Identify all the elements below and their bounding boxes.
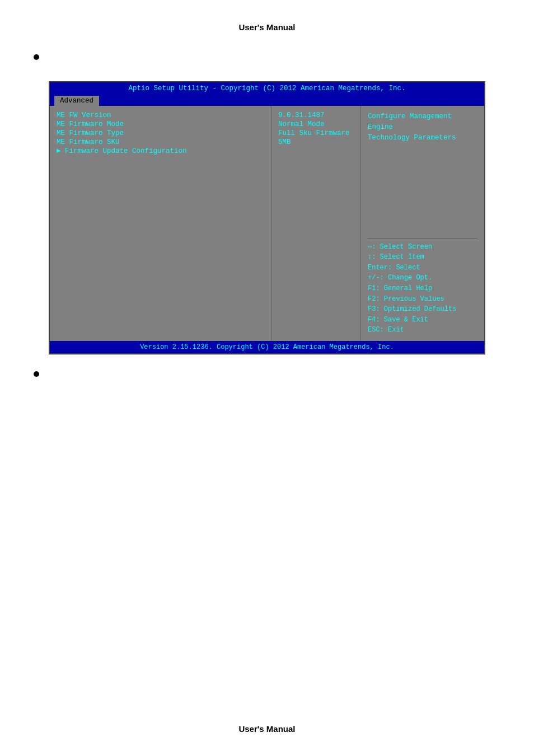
bios-val-sku: 5MB [278, 138, 354, 146]
bios-tab-row: Advanced [50, 95, 484, 106]
bios-key-enter: Enter: Select [368, 263, 477, 273]
bios-val-mode: Normal Mode [278, 120, 354, 128]
top-bullet-icon [34, 54, 39, 60]
bios-help-text: Configure Management EngineTechnology Pa… [368, 111, 477, 143]
bios-divider [368, 238, 477, 239]
bios-val-type: Full Sku Firmware [278, 129, 354, 137]
bios-right-panel: Configure Management EngineTechnology Pa… [361, 106, 484, 341]
bios-tab-advanced[interactable]: Advanced [54, 96, 99, 106]
bios-help-area: Configure Management EngineTechnology Pa… [368, 111, 477, 235]
footer-title: User's Manual [0, 724, 534, 734]
bios-key-f2: F2: Previous Values [368, 294, 477, 305]
bios-key-change: +/-: Change Opt. [368, 273, 477, 283]
bios-item-me-fw-version: ME FW Version [57, 111, 264, 119]
bottom-bullet-icon [34, 371, 39, 377]
bios-item-me-firmware-sku: ME Firmware SKU [57, 138, 264, 146]
bios-val-version: 9.0.31.1487 [278, 111, 354, 119]
bios-middle-panel: 9.0.31.1487 Normal Mode Full Sku Firmwar… [271, 106, 361, 341]
bottom-bullet-section [34, 371, 500, 387]
bios-key-select-screen: ↔: Select Screen [368, 242, 477, 253]
page-container: User's Manual Aptio Setup Utility - Copy… [0, 0, 534, 756]
bios-keys-area: ↔: Select Screen ↕: Select Item Enter: S… [368, 242, 477, 335]
bios-title-bar: Aptio Setup Utility - Copyright (C) 2012… [50, 82, 484, 95]
top-bullet-section [34, 54, 500, 70]
bios-item-firmware-update-config[interactable]: ► Firmware Update Configuration [57, 147, 264, 155]
bios-bottom-bar: Version 2.15.1236. Copyright (C) 2012 Am… [50, 341, 484, 353]
bios-screen: Aptio Setup Utility - Copyright (C) 2012… [49, 81, 485, 354]
bios-key-f1: F1: General Help [368, 283, 477, 294]
bios-item-me-firmware-mode: ME Firmware Mode [57, 120, 264, 128]
bios-key-esc: ESC: Exit [368, 325, 477, 335]
bios-key-select-item: ↕: Select Item [368, 252, 477, 263]
header-title: User's Manual [34, 22, 500, 32]
bios-key-f3: F3: Optimized Defaults [368, 304, 477, 315]
bios-left-panel: ME FW Version ME Firmware Mode ME Firmwa… [50, 106, 271, 341]
bios-key-f4: F4: Save & Exit [368, 315, 477, 325]
bios-item-me-firmware-type: ME Firmware Type [57, 129, 264, 137]
bios-body: ME FW Version ME Firmware Mode ME Firmwa… [50, 106, 484, 341]
